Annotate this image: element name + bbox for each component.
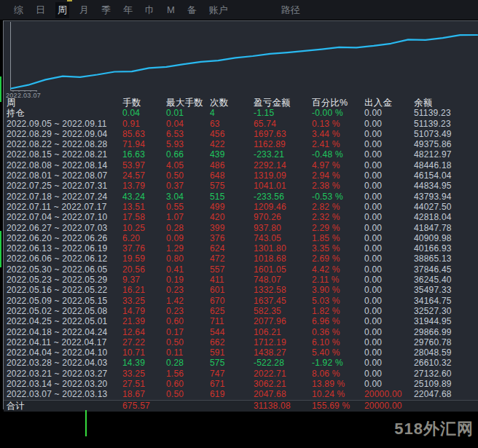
cell-balance: 51139.23: [414, 119, 478, 129]
table-row[interactable]: 2022.03.21 ~ 2022.03.2733.251.567472022.…: [4, 369, 478, 379]
cell-week: 2022.05.30 ~ 2022.06.05: [7, 264, 122, 275]
table-row[interactable]: 2022.03.28 ~ 2022.04.0314.390.28575-522.…: [4, 358, 478, 368]
table-row[interactable]: 2022.08.08 ~ 2022.08.1453.974.054862292.…: [4, 160, 478, 170]
cell-percent: 0.13 %: [312, 119, 364, 129]
watermark-518waihui: 518外汇网: [394, 418, 474, 440]
table-row[interactable]: 2022.05.09 ~ 2022.05.1533.251.426701637.…: [4, 296, 478, 306]
cell-profit: 1301.80: [254, 243, 312, 254]
table-row[interactable]: 2022.08.15 ~ 2022.08.2116.630.66439-233.…: [4, 149, 478, 160]
cell-percent: 5.03 %: [312, 296, 364, 306]
table-row[interactable]: 2022.04.11 ~ 2022.04.1727.220.506621712.…: [4, 337, 478, 347]
table-row[interactable]: 2022.07.25 ~ 2022.07.3113.790.375751041.…: [4, 181, 478, 191]
cell-in-out: 0.00: [364, 358, 414, 368]
cell-count: 499: [210, 202, 254, 212]
cell-in-out: 0.00: [364, 285, 414, 295]
table-row[interactable]: 2022.08.29 ~ 2022.09.0485.636.534561697.…: [4, 129, 478, 139]
cell-lots: 19.59: [122, 254, 166, 264]
table-row[interactable]: 2022.07.04 ~ 2022.07.1017.581.07420970.2…: [4, 212, 478, 222]
menu-item-账户[interactable]: 账户: [207, 2, 230, 18]
cell-profit: 1209.46: [254, 202, 312, 212]
cell-count: 671: [210, 379, 254, 389]
cell-week: 2022.03.21 ~ 2022.03.27: [7, 369, 122, 379]
table-body: 2022.09.05 ~ 2022.09.110.910.046365.740.…: [4, 119, 478, 400]
total-label: 合计: [7, 401, 122, 412]
menu-item-M[interactable]: M: [165, 3, 177, 17]
cell-profit: 937.80: [254, 223, 312, 233]
cell-percent: 2.38 %: [312, 181, 364, 191]
col-header-week: 周: [7, 98, 122, 108]
table-row[interactable]: 2022.05.23 ~ 2022.05.299.370.19411748.07…: [4, 275, 478, 285]
menu-item-备[interactable]: 备: [185, 2, 199, 18]
table-row[interactable]: 2022.06.20 ~ 2022.06.266.200.09376743.05…: [4, 233, 478, 243]
table-row[interactable]: 2022.05.02 ~ 2022.05.0814.790.23625582.3…: [4, 306, 478, 316]
cell-max-lots: 0.19: [166, 275, 210, 285]
cell-week: 2022.09.05 ~ 2022.09.11: [7, 119, 122, 129]
cell-profit: 2022.71: [254, 369, 312, 379]
table-row[interactable]: 2022.04.18 ~ 2022.04.2412.640.17544106.2…: [4, 327, 478, 337]
cell-balance: 42818.04: [414, 212, 478, 222]
cell-max-lots: 0.23: [166, 306, 210, 316]
cell-balance: 36245.40: [414, 275, 478, 285]
cell-count: 648: [210, 170, 254, 181]
menu-item-周[interactable]: 周: [55, 2, 69, 18]
table-row[interactable]: 2022.09.05 ~ 2022.09.110.910.046365.740.…: [4, 119, 478, 129]
menu-item-月[interactable]: 月: [77, 2, 91, 18]
cell-week: 2022.07.18 ~ 2022.07.24: [7, 192, 122, 202]
menu-item-季[interactable]: 季: [99, 2, 113, 18]
total-row: 合计 675.57 31138.08 155.69 % 20000.00: [4, 400, 478, 412]
cell-in-out: 0.00: [364, 129, 414, 139]
table-row[interactable]: 2022.05.30 ~ 2022.06.0520.560.415571601.…: [4, 264, 478, 275]
cell-profit: 3062.21: [254, 379, 312, 389]
cell-balance: 31944.95: [414, 316, 478, 326]
app-window: 综日周月季年巾M备账户路径 2022.03.07 周 手数 最大手数 次数: [0, 0, 478, 448]
position-maxlots: 0.01: [166, 108, 210, 118]
position-balance: 51139.23: [414, 108, 478, 118]
cell-percent: 2.32 %: [312, 212, 364, 222]
cell-count: 486: [210, 160, 254, 170]
cell-in-out: 0.00: [364, 192, 414, 202]
cell-max-lots: 0.60: [166, 316, 210, 326]
cell-lots: 37.76: [122, 243, 166, 254]
table-row[interactable]: 2022.04.04 ~ 2022.04.1010.710.115911438.…: [4, 347, 478, 358]
cell-profit: 1438.27: [254, 347, 312, 358]
cell-lots: 17.58: [122, 212, 166, 222]
cell-max-lots: 1.07: [166, 212, 210, 222]
cell-count: 557: [210, 264, 254, 275]
table-row[interactable]: 2022.08.22 ~ 2022.08.2871.945.934221162.…: [4, 139, 478, 149]
cell-max-lots: 1.29: [166, 243, 210, 254]
cell-count: 411: [210, 275, 254, 285]
table-row[interactable]: 2022.03.07 ~ 2022.03.1318.670.506192047.…: [4, 389, 478, 399]
cell-week: 2022.04.25 ~ 2022.05.01: [7, 316, 122, 326]
table-row[interactable]: 2022.07.18 ~ 2022.07.2443.243.04515-233.…: [4, 192, 478, 202]
cell-percent: 2.82 %: [312, 202, 364, 212]
cell-balance: 34164.75: [414, 296, 478, 306]
menu-item-日[interactable]: 日: [34, 2, 47, 18]
cell-week: 2022.07.25 ~ 2022.07.31: [7, 181, 122, 191]
cell-percent: 4.97 %: [312, 160, 364, 170]
menu-item-综[interactable]: 综: [12, 2, 26, 18]
table-row[interactable]: 2022.06.13 ~ 2022.06.1937.761.296241301.…: [4, 243, 478, 254]
cell-count: 439: [210, 149, 254, 160]
cell-in-out: 0.00: [364, 347, 414, 358]
cell-in-out: 0.00: [364, 296, 414, 306]
table-row[interactable]: 2022.06.27 ~ 2022.07.0310.250.28399937.8…: [4, 223, 478, 233]
cell-profit: 1637.45: [254, 296, 312, 306]
table-row[interactable]: 2022.06.06 ~ 2022.06.1219.590.804721018.…: [4, 254, 478, 264]
cell-week: 2022.07.04 ~ 2022.07.10: [7, 212, 122, 222]
open-position-row[interactable]: 持仓 0.04 0.01 4 -1.15 -0.00 % 0.00 51139.…: [4, 108, 478, 118]
table-row[interactable]: 2022.07.11 ~ 2022.07.1713.510.554991209.…: [4, 202, 478, 212]
cell-lots: 27.22: [122, 337, 166, 347]
cell-max-lots: 6.53: [166, 129, 210, 139]
table-row[interactable]: 2022.05.16 ~ 2022.05.2216.210.236011332.…: [4, 285, 478, 295]
table-row[interactable]: 2022.04.25 ~ 2022.05.0121.390.607112077.…: [4, 316, 478, 326]
menu-item-年[interactable]: 年: [121, 2, 135, 18]
cell-balance: 48212.97: [414, 149, 478, 160]
cell-in-out: 20000.00: [364, 389, 414, 399]
cell-week: 2022.04.11 ~ 2022.04.17: [7, 337, 122, 347]
menu-item-路径[interactable]: 路径: [279, 2, 302, 18]
menu-item-巾[interactable]: 巾: [143, 2, 157, 18]
table-row[interactable]: 2022.03.14 ~ 2022.03.2027.510.606713062.…: [4, 379, 478, 389]
table-row[interactable]: 2022.08.01 ~ 2022.08.0724.570.506481319.…: [4, 170, 478, 181]
cell-profit: 970.26: [254, 212, 312, 222]
cell-balance: 29866.99: [414, 327, 478, 337]
